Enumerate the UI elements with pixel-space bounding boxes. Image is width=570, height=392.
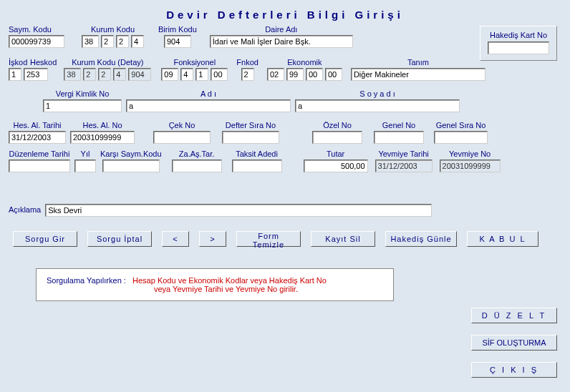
- lbl-fnkod: Fnkod: [236, 58, 259, 67]
- lbl-daire-adi: Daire Adı: [265, 25, 297, 34]
- iskod-input[interactable]: [9, 68, 21, 81]
- yil-input[interactable]: [74, 160, 96, 172]
- lbl-hes-tar: Hes. Al. Tarihi: [13, 121, 61, 129]
- ek3-input[interactable]: [306, 68, 323, 81]
- taksit-input[interactable]: [232, 160, 282, 172]
- yev-no-input: [440, 160, 501, 172]
- kurum2-input[interactable]: [101, 35, 114, 48]
- lbl-soyadi: S o y a d ı: [359, 89, 395, 98]
- hakedis-gunle-button[interactable]: Hakediş Günle: [385, 231, 457, 247]
- lbl-cek: Çek No: [169, 121, 195, 129]
- ek4-input[interactable]: [325, 68, 342, 81]
- kurum4-input[interactable]: [131, 35, 144, 48]
- lbl-gsira: Genel Sıra No: [436, 121, 486, 129]
- ozel-input[interactable]: [312, 131, 362, 144]
- lbl-fonksiyonel: Fonksiyonel: [173, 58, 216, 67]
- soyadi-input[interactable]: [295, 99, 460, 112]
- next-button[interactable]: >: [199, 231, 226, 247]
- lbl-sayim-kodu: Saym. Kodu: [9, 25, 52, 34]
- karsi-input[interactable]: [102, 160, 160, 172]
- vergi-input[interactable]: [43, 99, 122, 112]
- lbl-iskod: İşkod: [9, 58, 30, 67]
- help-prefix: Sorgulama Yapılırken :: [47, 276, 126, 285]
- lbl-yev-tar: Yevmiye Tarihi: [378, 150, 428, 158]
- fk4-input[interactable]: [211, 68, 228, 81]
- lbl-birim-kodu: Birim Kodu: [158, 25, 197, 34]
- lbl-yil: Yıl: [81, 150, 90, 158]
- lbl-yev-no: Yevmiye No: [449, 150, 491, 158]
- genel-input[interactable]: [374, 131, 424, 144]
- lbl-tanim: Tanım: [407, 58, 429, 67]
- lbl-ozel: Özel No: [323, 121, 352, 129]
- tanim-input[interactable]: [351, 68, 486, 81]
- kd2-input: [83, 68, 96, 81]
- hakedis-group: Hakediş Kart No: [480, 26, 557, 61]
- duzelt-button[interactable]: D Ü Z E L T: [471, 308, 557, 323]
- cikis-button[interactable]: Ç I K I Ş: [471, 362, 557, 378]
- fk3-input[interactable]: [195, 68, 208, 81]
- lbl-vergi: Vergi Kimlik No: [56, 89, 110, 98]
- yev-tar-input: [375, 160, 433, 172]
- help-line2: veya Yevmiye Tarihi ve Yevmiye No girili…: [154, 285, 298, 293]
- help-line1: Hesap Kodu ve Ekonomik Kodlar veya Haked…: [132, 276, 327, 285]
- lbl-ekonomik: Ekonomik: [287, 58, 322, 67]
- zaas-input[interactable]: [172, 160, 222, 172]
- kurum3-input[interactable]: [116, 35, 129, 48]
- daire-adi-input[interactable]: [210, 35, 353, 48]
- ek2-input[interactable]: [286, 68, 304, 81]
- lbl-karsi: Karşı Saym.Kodu: [100, 150, 162, 158]
- kd5-input: [128, 68, 151, 81]
- form-temizle-button[interactable]: Form Temizle: [236, 231, 301, 247]
- fk2-input[interactable]: [180, 68, 193, 81]
- ek1-input[interactable]: [267, 68, 284, 81]
- lbl-genel: Genel No: [382, 121, 415, 129]
- lbl-aciklama: Açıklama: [9, 205, 41, 214]
- help-box: Sorgulama Yapılırken : Hesap Kodu ve Eko…: [36, 268, 394, 301]
- page-title: Devir Defterleri Bilgi Girişi: [0, 0, 570, 24]
- lbl-heskod: Heskod: [30, 58, 57, 67]
- lbl-taksit: Taksit Adedi: [236, 150, 278, 158]
- kd3-input: [98, 68, 111, 81]
- lbl-hakedis: Hakediş Kart No: [490, 31, 547, 39]
- lbl-adi: A d ı: [201, 89, 216, 98]
- sorgu-gir-button[interactable]: Sorgu Gir: [13, 231, 77, 247]
- defter-input[interactable]: [222, 131, 279, 144]
- prev-button[interactable]: <: [162, 231, 189, 247]
- lbl-tutar: Tutar: [327, 150, 344, 158]
- sorgu-iptal-button[interactable]: Sorgu İptal: [87, 231, 152, 247]
- kd4-input: [113, 68, 126, 81]
- kabul-button[interactable]: K A B U L: [467, 231, 538, 247]
- hes-tar-input[interactable]: [9, 131, 66, 144]
- lbl-hes-no: Hes. Al. No: [82, 121, 122, 129]
- aciklama-input[interactable]: [45, 204, 432, 217]
- tutar-input[interactable]: [304, 160, 368, 172]
- lbl-kurum-detay: Kurum Kodu (Detay): [72, 58, 143, 67]
- gsira-input[interactable]: [434, 131, 488, 144]
- heskod-input[interactable]: [24, 68, 48, 81]
- fnkod-input[interactable]: [241, 68, 254, 81]
- lbl-zaas: Za.Aş.Tar.: [179, 150, 215, 158]
- adi-input[interactable]: [126, 99, 291, 112]
- kayit-sil-button[interactable]: Kayıt Sil: [311, 231, 375, 247]
- duz-input[interactable]: [9, 160, 70, 172]
- hakedis-input[interactable]: [488, 41, 549, 54]
- lbl-duz: Düzenleme Tarihi: [9, 150, 70, 158]
- kurum1-input[interactable]: [82, 35, 99, 48]
- cek-input[interactable]: [153, 131, 211, 144]
- kd1-input: [64, 68, 81, 81]
- sif-button[interactable]: SİF OLUŞTURMA: [471, 335, 557, 351]
- lbl-defter: Defter Sıra No: [226, 121, 276, 129]
- birim-kodu-input[interactable]: [164, 35, 191, 48]
- sayim-kodu-input[interactable]: [9, 35, 64, 48]
- fk1-input[interactable]: [161, 68, 178, 81]
- lbl-kurum-kodu: Kurum Kodu: [91, 25, 135, 34]
- hes-no-input[interactable]: [70, 131, 135, 144]
